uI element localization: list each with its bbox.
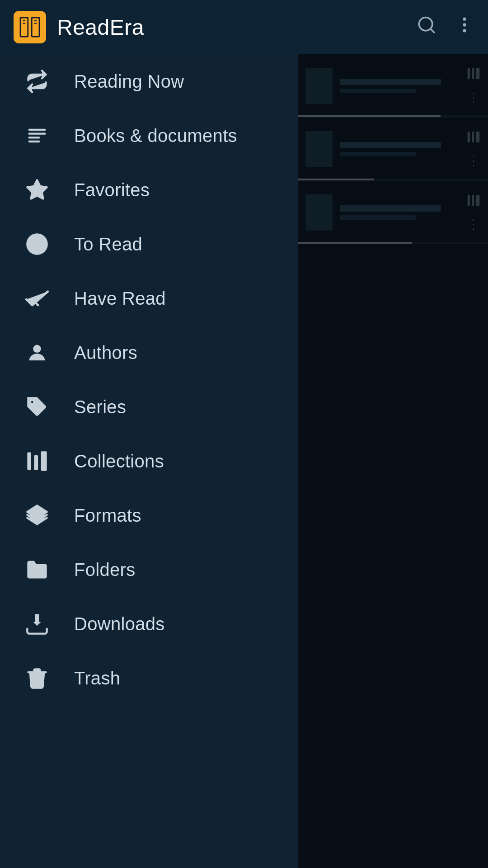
sidebar-item-label: Trash xyxy=(74,668,120,689)
layers-icon xyxy=(23,501,52,530)
svg-rect-32 xyxy=(41,451,47,471)
app-title: ReadEra xyxy=(57,15,417,40)
header-actions xyxy=(417,15,474,39)
sidebar-item-label: Collections xyxy=(74,451,164,472)
svg-point-11 xyxy=(463,23,466,26)
clock-icon xyxy=(23,230,52,259)
sidebar-item-downloads[interactable]: Downloads xyxy=(0,597,298,651)
sidebar-item-label: Downloads xyxy=(74,614,165,634)
library-icon xyxy=(23,447,52,476)
sidebar-item-label: To Read xyxy=(74,234,142,255)
sidebar-item-label: Favorites xyxy=(74,180,150,200)
sidebar-item-label: Have Read xyxy=(74,288,166,309)
sidebar-item-collections[interactable]: Collections xyxy=(0,434,298,488)
sidebar-item-to-read[interactable]: To Read xyxy=(0,217,298,271)
app-logo xyxy=(14,11,46,43)
app-header: ReadEra xyxy=(0,0,488,54)
svg-point-12 xyxy=(463,29,466,32)
main-content: ⋮ ⋮ xyxy=(298,54,488,868)
sidebar-item-label: Folders xyxy=(74,560,135,580)
star-icon xyxy=(23,175,52,204)
sidebar-item-formats[interactable]: Formats xyxy=(0,488,298,542)
sidebar-item-series[interactable]: Series xyxy=(0,380,298,434)
svg-point-10 xyxy=(463,18,466,21)
repeat-icon xyxy=(23,67,52,96)
sidebar-item-label: Books & documents xyxy=(74,126,237,146)
sidebar-item-label: Formats xyxy=(74,505,141,526)
svg-rect-31 xyxy=(34,455,38,470)
folder-icon xyxy=(23,555,52,584)
svg-rect-30 xyxy=(27,453,31,470)
sidebar-item-label: Reading Now xyxy=(74,71,184,92)
sidebar-item-favorites[interactable]: Favorites xyxy=(0,163,298,217)
trash-icon xyxy=(23,664,52,693)
sidebar-item-trash[interactable]: Trash xyxy=(0,651,298,705)
more-options-icon[interactable] xyxy=(455,15,474,39)
navigation-drawer: Reading Now Books & documents Favorites xyxy=(0,54,298,868)
sidebar-item-authors[interactable]: Authors xyxy=(0,326,298,380)
document-icon xyxy=(23,121,52,150)
tag-icon xyxy=(23,392,52,421)
person-icon xyxy=(23,338,52,367)
svg-marker-26 xyxy=(27,180,47,198)
double-check-icon xyxy=(23,284,52,313)
drawer-scrim[interactable] xyxy=(298,54,488,868)
sidebar-item-reading-now[interactable]: Reading Now xyxy=(0,54,298,108)
download-icon xyxy=(23,609,52,638)
svg-point-28 xyxy=(33,345,41,353)
search-icon[interactable] xyxy=(417,15,436,39)
svg-rect-35 xyxy=(35,614,39,624)
sidebar-item-folders[interactable]: Folders xyxy=(0,542,298,597)
sidebar-item-books-documents[interactable]: Books & documents xyxy=(0,108,298,163)
sidebar-item-label: Series xyxy=(74,397,126,417)
svg-line-9 xyxy=(431,29,434,33)
sidebar-item-have-read[interactable]: Have Read xyxy=(0,271,298,326)
sidebar-item-label: Authors xyxy=(74,343,137,363)
